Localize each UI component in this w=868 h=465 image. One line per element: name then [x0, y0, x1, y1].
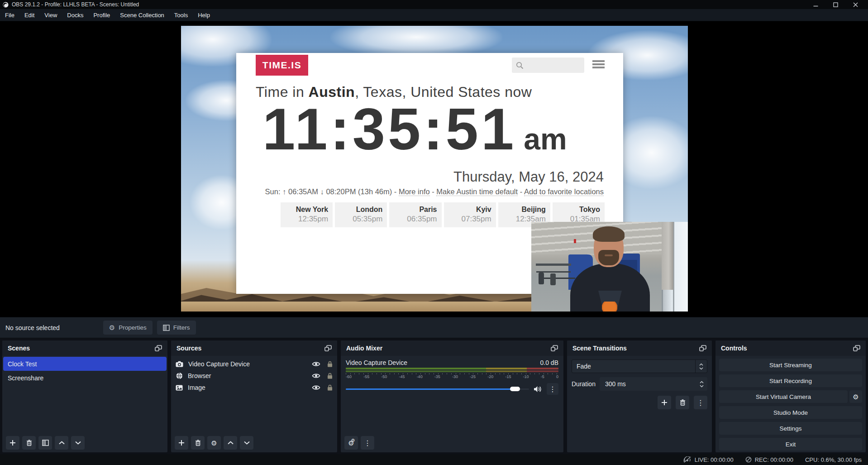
menu-profile[interactable]: Profile [88, 9, 115, 21]
gear-icon: ⚙ [853, 393, 858, 400]
duration-label: Duration [572, 380, 596, 388]
dock-area: Scenes Clock Test Screenshare Sources Vi… [0, 338, 868, 454]
cpu-fps-status: CPU: 0.6%, 30.00 fps [805, 456, 862, 463]
sources-title: Sources [176, 345, 201, 352]
source-context-toolbar: No source selected ⚙ Properties Filters [0, 317, 868, 338]
spinner-arrows-icon[interactable] [700, 381, 704, 388]
popout-icon[interactable] [551, 345, 558, 351]
menu-edit[interactable]: Edit [19, 9, 39, 21]
lock-icon[interactable] [327, 373, 333, 379]
scenes-panel: Scenes Clock Test Screenshare [2, 340, 167, 452]
volume-slider-handle[interactable] [510, 387, 520, 391]
speaker-icon[interactable] [534, 386, 542, 393]
mixer-channel-name: Video Capture Device [346, 359, 407, 366]
exit-sign [574, 239, 576, 243]
scene-item-clock-test[interactable]: Clock Test [3, 357, 167, 371]
start-virtual-camera-button[interactable]: Start Virtual Camera [719, 390, 848, 403]
settings-button[interactable]: Settings [719, 422, 862, 435]
move-source-up-button[interactable] [224, 436, 237, 450]
menu-file[interactable]: File [0, 9, 19, 21]
office-pillar [662, 222, 673, 290]
virtual-camera-config-button[interactable]: ⚙ [849, 390, 862, 403]
mixer-menu-button[interactable]: ⋮ [361, 436, 374, 450]
studio-mode-button[interactable]: Studio Mode [719, 406, 862, 419]
menu-docks[interactable]: Docks [62, 9, 88, 21]
eye-icon[interactable] [312, 361, 320, 367]
gear-icon: ⚙ [351, 438, 355, 443]
remove-source-button[interactable] [191, 436, 205, 450]
make-default-link: Make Austin time default [436, 187, 518, 196]
source-row-image[interactable]: Image [171, 382, 337, 393]
lock-icon[interactable] [327, 361, 333, 367]
move-source-down-button[interactable] [240, 436, 253, 450]
person-hair [593, 226, 625, 242]
filter-icon [42, 440, 49, 446]
popout-icon[interactable] [853, 345, 860, 351]
camera-icon [176, 361, 183, 367]
mixer-options-button[interactable]: ⋮ [547, 383, 558, 395]
controls-title: Controls [721, 345, 747, 352]
audio-mixer-panel: Audio Mixer Video Capture Device 0.0 dB … [341, 340, 563, 452]
menu-scene-collection[interactable]: Scene Collection [115, 9, 169, 21]
move-scene-down-button[interactable] [71, 436, 85, 450]
start-recording-button[interactable]: Start Recording [719, 374, 862, 387]
timeis-search-input [512, 58, 584, 73]
timeis-date: Thursday, May 16, 2024 [453, 169, 604, 185]
filters-button[interactable]: Filters [157, 321, 196, 335]
duration-spinner[interactable]: 300 ms [600, 377, 707, 391]
stream-inactive-icon [683, 456, 692, 463]
close-icon[interactable] [845, 0, 865, 9]
popout-icon[interactable] [324, 345, 332, 351]
city-london: London05:35pm [335, 202, 387, 227]
eye-icon[interactable] [312, 373, 320, 379]
office-chair [539, 273, 544, 284]
menu-tools[interactable]: Tools [169, 9, 193, 21]
add-source-button[interactable] [175, 436, 188, 450]
gear-icon: ⚙ [109, 324, 115, 331]
city-kyiv: Kyiv07:35pm [444, 202, 496, 227]
source-row-browser[interactable]: Browser [171, 370, 337, 382]
city-newyork: New York12:35pm [281, 202, 333, 227]
popout-icon[interactable] [155, 345, 162, 351]
remove-scene-button[interactable] [22, 436, 36, 450]
minimize-icon[interactable] [806, 0, 825, 9]
source-status-text: No source selected [5, 324, 60, 331]
add-transition-button[interactable] [658, 396, 671, 409]
volume-meter [346, 370, 558, 372]
scene-item-screenshare[interactable]: Screenshare [3, 371, 167, 385]
city-paris: Paris06:35pm [389, 202, 441, 227]
advanced-audio-button[interactable]: ⚙⚙ [344, 436, 358, 450]
lock-icon[interactable] [327, 384, 333, 391]
volume-slider[interactable] [346, 386, 529, 392]
webcam-source[interactable] [531, 222, 688, 312]
hamburger-menu-icon [592, 60, 605, 68]
sources-panel: Sources Video Capture Device Browser [171, 340, 337, 452]
preview-canvas[interactable]: TIME.IS Time in Austin, Texas, United St… [181, 26, 688, 312]
remove-transition-button[interactable] [676, 396, 689, 409]
transition-select[interactable]: Fade [572, 360, 707, 373]
start-streaming-button[interactable]: Start Streaming [719, 359, 862, 371]
timeis-sun-line: Sun: ↑ 06:35AM ↓ 08:20PM (13h 46m) - Mor… [265, 187, 604, 196]
menu-help[interactable]: Help [193, 9, 215, 21]
move-scene-up-button[interactable] [55, 436, 68, 450]
search-icon [516, 62, 524, 69]
rec-status: REC: 00:00:00 [745, 456, 793, 463]
scene-filters-button[interactable] [38, 436, 52, 450]
chevron-up-down-icon [695, 360, 707, 373]
source-properties-button[interactable]: ⚙ [207, 436, 221, 450]
popout-icon[interactable] [699, 345, 706, 351]
window-title: OBS 29.1.2 - Profile: LLHLS BETA - Scene… [12, 1, 139, 8]
globe-icon [176, 372, 183, 379]
maximize-icon[interactable] [825, 0, 845, 9]
properties-button[interactable]: ⚙ Properties [103, 321, 153, 335]
image-icon [176, 385, 183, 391]
shirt-logo [602, 302, 617, 312]
transition-properties-button[interactable]: ⋮ [694, 396, 707, 409]
exit-button[interactable]: Exit [719, 438, 862, 451]
preview-area: TIME.IS Time in Austin, Texas, United St… [0, 21, 868, 317]
source-row-video-capture[interactable]: Video Capture Device [171, 358, 337, 370]
add-scene-button[interactable] [6, 436, 19, 450]
eye-icon[interactable] [312, 385, 320, 390]
menu-view[interactable]: View [39, 9, 62, 21]
clock-time: 11:35:51 [262, 97, 516, 161]
